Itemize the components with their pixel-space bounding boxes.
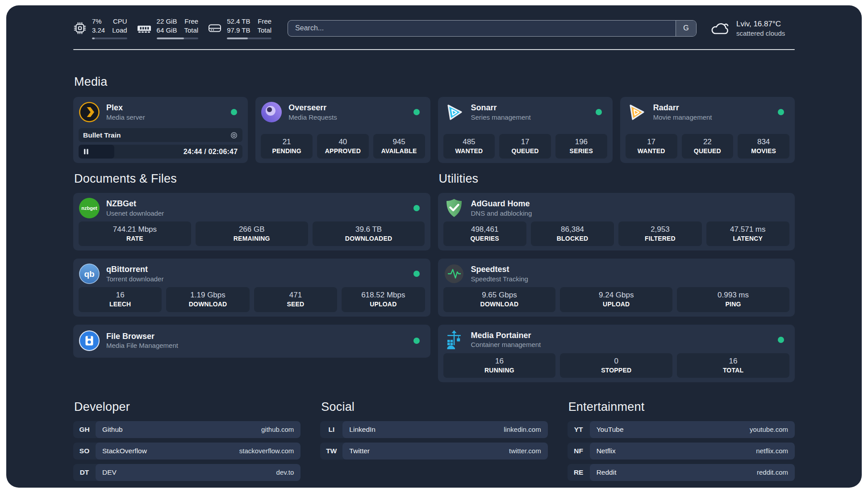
app-description: Media server <box>106 113 145 122</box>
stat-tile-queued: 22 QUEUED <box>682 134 734 159</box>
disk-stat-widget: 52.4 TB 97.9 TB Free Total <box>208 17 271 39</box>
stat-label: RATE <box>80 234 189 242</box>
stat-label: DOWNLOAD <box>168 300 247 308</box>
disk-free-label: Free <box>257 17 271 26</box>
stat-tile-available: 945 AVAILABLE <box>373 134 425 159</box>
app-card-plex[interactable]: Plex Media server Bullet Train <box>73 97 248 163</box>
cpu-icon <box>73 21 87 35</box>
app-card-sonarr[interactable]: Sonarr Series management 485 WANTED 17 Q… <box>438 97 613 163</box>
stat-label: TOTAL <box>679 366 788 374</box>
link-url: youtube.com <box>750 426 788 433</box>
pause-button[interactable] <box>79 145 114 159</box>
link-name: DEV <box>102 468 117 476</box>
overseerr-icon <box>261 101 282 123</box>
stat-tile-total: 16 TOTAL <box>677 353 789 378</box>
link-url: netflix.com <box>756 447 788 455</box>
app-card-speedtest[interactable]: Speedtest Speedtest Tracking 9.65 Gbps D… <box>438 259 795 316</box>
plex-icon <box>79 101 100 123</box>
stat-label: DOWNLOAD <box>445 300 554 308</box>
stat-value: 2,953 <box>620 225 700 234</box>
now-playing-title: Bullet Train <box>83 131 121 139</box>
link-abbr: YT <box>568 421 590 438</box>
stat-value: 1.19 Gbps <box>168 290 247 300</box>
app-card-filebrowser[interactable]: File Browser Media File Management <box>73 325 430 358</box>
session-settings-icon[interactable] <box>230 131 238 139</box>
adguard-icon <box>443 197 465 219</box>
app-description: Container management <box>471 340 541 349</box>
weather-condition: scattered clouds <box>736 29 785 37</box>
stat-tile-upload: 9.24 Gbps UPLOAD <box>560 287 672 312</box>
app-description: Media Requests <box>288 113 337 122</box>
app-card-portainer[interactable]: Media Portainer Container management 16 … <box>438 325 795 382</box>
stat-tile-leech: 16 LEECH <box>79 287 162 312</box>
ram-stat-widget: 22 GiB 64 GiB Free Total <box>137 17 199 39</box>
search-input[interactable] <box>288 21 676 36</box>
app-card-radarr[interactable]: Radarr Movie management 17 WANTED 22 QUE… <box>620 97 795 163</box>
section-title-social: Social <box>321 400 547 414</box>
link-abbr: TW <box>320 443 342 460</box>
link-name: Reddit <box>597 468 617 476</box>
link-twitter[interactable]: TW Twitter twitter.com <box>320 443 547 460</box>
app-card-adguard[interactable]: AdGuard Home DNS and adblocking 498,461 … <box>438 193 795 251</box>
app-name: Sonarr <box>471 103 531 113</box>
stat-value: 17 <box>501 137 549 147</box>
stat-value: 618.52 Mbps <box>343 290 423 300</box>
app-name: Overseerr <box>288 103 337 113</box>
section-utilities: Utilities <box>438 172 795 382</box>
link-dev[interactable]: DT DEV dev.to <box>73 464 300 481</box>
section-media: Media Plex Media server <box>73 75 795 163</box>
link-abbr: RE <box>568 464 590 481</box>
stat-label: STOPPED <box>562 366 671 374</box>
stat-value: 0.993 ms <box>679 290 788 300</box>
cpu-stat-widget: 7% 3.24 CPU Load <box>73 17 127 39</box>
app-description: DNS and adblocking <box>471 209 532 218</box>
stat-label: QUEUED <box>501 147 549 155</box>
section-social: Social LI LinkedIn linkedin.com TW Twitt… <box>320 400 547 485</box>
stat-tile-upload: 618.52 Mbps UPLOAD <box>342 287 425 312</box>
link-netflix[interactable]: NF Netflix netflix.com <box>568 443 795 460</box>
speedtest-icon <box>443 263 465 284</box>
app-name: Media Portainer <box>471 330 541 341</box>
stat-value: 485 <box>445 137 493 147</box>
ram-stat-body: 22 GiB 64 GiB Free Total <box>157 17 199 39</box>
section-title-entertainment: Entertainment <box>568 400 795 414</box>
status-online-dot <box>596 109 602 115</box>
link-reddit[interactable]: RE Reddit reddit.com <box>568 464 795 481</box>
stat-tile-latency: 47.571 ms LATENCY <box>706 221 789 246</box>
stat-value: 945 <box>375 137 423 147</box>
app-name: qBittorrent <box>106 264 163 275</box>
playback-time: 24:44 / 02:06:47 <box>184 148 243 156</box>
link-name: StackOverflow <box>102 447 147 455</box>
link-stackoverflow[interactable]: SO StackOverflow stackoverflow.com <box>73 443 300 460</box>
weather-location-temp: Lviv, 16.87°C <box>736 19 785 29</box>
stat-label: MOVIES <box>739 147 788 155</box>
stat-value: 16 <box>679 356 788 366</box>
stat-label: APPROVED <box>319 147 367 155</box>
search-engine-button[interactable]: G <box>676 21 696 36</box>
link-name: YouTube <box>597 426 624 434</box>
link-abbr: SO <box>73 443 96 460</box>
stat-label: WANTED <box>627 147 676 155</box>
stat-value: 86,384 <box>533 225 612 234</box>
link-youtube[interactable]: YT YouTube youtube.com <box>568 421 795 438</box>
stat-tile-seed: 471 SEED <box>254 287 337 312</box>
link-github[interactable]: GH Github github.com <box>73 421 300 438</box>
stat-label: BLOCKED <box>533 234 612 242</box>
link-url: github.com <box>261 426 294 433</box>
ram-total-value: 64 GiB <box>157 26 177 35</box>
stat-label: PING <box>679 300 788 308</box>
app-name: Plex <box>106 103 145 113</box>
stat-label: RUNNING <box>445 366 554 374</box>
disk-free-value: 52.4 TB <box>227 17 250 26</box>
link-linkedin[interactable]: LI LinkedIn linkedin.com <box>320 421 547 438</box>
app-card-nzbget[interactable]: nzbget NZBGet Usenet downloader 744.21 M… <box>73 193 430 251</box>
app-card-qbittorrent[interactable]: qb qBittorrent Torrent downloader 16 LEE… <box>73 259 430 316</box>
status-online-dot <box>231 109 237 115</box>
stat-label: UPLOAD <box>343 300 423 308</box>
app-card-overseerr[interactable]: Overseerr Media Requests 21 PENDING 40 A… <box>255 97 430 163</box>
stat-value: 39.6 TB <box>314 225 423 234</box>
weather-widget[interactable]: Lviv, 16.87°C scattered clouds <box>710 19 795 37</box>
ram-free-value: 22 GiB <box>157 17 177 26</box>
stat-value: 196 <box>557 137 605 147</box>
stat-tile-blocked: 86,384 BLOCKED <box>531 221 614 246</box>
